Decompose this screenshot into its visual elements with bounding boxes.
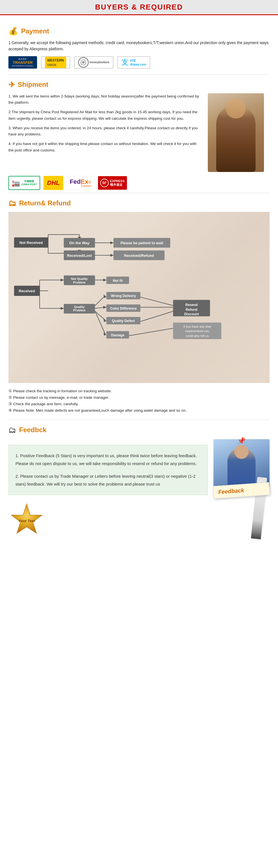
svg-marker-32 [103, 278, 107, 281]
star-badge: Your Text [8, 502, 45, 539]
dhl-logo: DHL [43, 176, 63, 190]
svg-marker-49 [104, 319, 106, 322]
svg-text:could also tell us: could also tell us [186, 334, 209, 337]
feedback-point-1: 1. Positive Feedback (5 Stars) is very i… [15, 452, 201, 468]
svg-text:Received: Received [19, 289, 35, 293]
refund-note-4: ④ Please Note: Men made defects are not … [8, 407, 270, 414]
svg-line-52 [95, 311, 105, 333]
refund-notes-list: ① Please check the tracking in formation… [8, 388, 270, 414]
svg-text:Quality Defect: Quality Defect [112, 319, 135, 323]
payment-section: 💰 Payment 1.Generally, we accept the fol… [8, 26, 270, 68]
refund-icon: 🗂 [8, 199, 16, 208]
svg-text:requirements you: requirements you [185, 329, 209, 333]
svg-marker-9 [110, 241, 114, 244]
svg-text:Quality: Quality [74, 305, 85, 308]
svg-line-40 [95, 296, 105, 305]
logo-western-union: WESTERN UNION [41, 56, 70, 68]
svg-line-48 [95, 311, 105, 319]
svg-text:Not Received: Not Received [20, 241, 43, 245]
chinapost-logo: 🏣 中国邮政 CHINA POST [8, 176, 40, 190]
shipment-point-1: 1. We will sent the items within 2-5days… [8, 93, 202, 106]
payment-body-text: 1.Generally, we accept the following pay… [8, 40, 270, 52]
shipment-icon: ✈ [8, 80, 15, 89]
feedback-section: 🗂 Feedbck 1. Positive Feedback (5 Stars)… [8, 426, 270, 539]
refund-flowchart: Not Received On the Way Please be patien… [11, 217, 267, 376]
shipping-logos: 🏣 中国邮政 CHINA POST DHL FedEx® Express [8, 176, 270, 190]
refund-diagram: Not Received On the Way Please be patien… [8, 212, 270, 383]
svg-marker-41 [104, 294, 106, 298]
svg-text:Discount: Discount [184, 312, 199, 316]
svg-marker-19 [110, 254, 114, 256]
payment-title: Payment [21, 27, 49, 35]
feedback-content-box: 1. Positive Feedback (5 Stars) is very i… [8, 445, 208, 495]
feedback-title: Feedbck [19, 426, 46, 434]
svg-line-60 [140, 297, 173, 305]
svg-text:Problem: Problem [73, 308, 85, 312]
feedback-point-2: 2. Please contact us by Trade Manager or… [15, 472, 201, 488]
feedback-note-label: Feedback [218, 487, 244, 495]
shipment-title: Shipment [18, 81, 48, 89]
page-title: BUYERS & REQUIRED [0, 3, 278, 11]
svg-text:On the Way: On the Way [69, 241, 90, 245]
svg-text:If you have any else: If you have any else [183, 325, 211, 328]
delivery-person-image [208, 93, 264, 172]
payment-logos: BANK TRANSFER INTERNATIONAL WESTERN UNIO… [8, 56, 270, 68]
page-header: BUYERS & REQUIRED [0, 0, 278, 15]
svg-text:Received/Refund: Received/Refund [124, 253, 154, 257]
shipment-point-2: 2.The shipment by China Post Registered … [8, 109, 202, 122]
svg-text:Received/Lost: Received/Lost [67, 253, 92, 257]
sf-express-logo: SF EXPRESS 顺丰速运 [98, 176, 127, 190]
refund-note-3: ③ Check the package and Item, carefully. [8, 401, 270, 407]
shipment-section: ✈ Shipment 1. We will sent the items wit… [8, 80, 270, 190]
svg-text:Problem: Problem [73, 280, 85, 284]
logo-bank-transfer: BANK TRANSFER INTERNATIONAL [8, 56, 37, 68]
fedex-logo: FedEx® Express [67, 176, 94, 190]
star-badge-text: Your Text [19, 519, 35, 523]
svg-text:Resend: Resend [185, 303, 198, 307]
svg-text:Not Quality: Not Quality [71, 277, 88, 280]
refund-note-2: ② Please contact us by meesage, e-mail, … [8, 395, 270, 401]
thumbtack-icon: 📌 [237, 437, 246, 445]
logo-alipay: 支 付宝 Alipay.com [117, 56, 150, 68]
refund-note-1: ① Please check the tracking in formation… [8, 388, 270, 395]
svg-text:Color Difference: Color Difference [110, 306, 137, 310]
svg-text:Refund: Refund [186, 307, 198, 311]
svg-text:Not fit: Not fit [113, 278, 123, 282]
svg-line-67 [129, 328, 173, 336]
svg-text:Please be patient to wait: Please be patient to wait [120, 241, 164, 245]
feedback-icon: 🗂 [8, 426, 16, 435]
shipment-point-3: 3. When you receive the items you ordere… [8, 125, 202, 138]
svg-text:Wrong Delivery: Wrong Delivery [111, 294, 136, 298]
svg-marker-36 [61, 307, 64, 310]
svg-marker-45 [103, 306, 107, 309]
svg-marker-27 [61, 278, 64, 281]
svg-line-62 [140, 311, 173, 321]
refund-title: Return& Refund [19, 199, 71, 207]
svg-text:Damage: Damage [111, 333, 125, 337]
return-refund-section: 🗂 Return& Refund Not Received [8, 199, 270, 414]
payment-icon: 💰 [8, 26, 18, 36]
logo-moneybookers: moneybookers [74, 56, 113, 68]
shipment-point-4: 4. If you have not got it within the shi… [8, 141, 202, 153]
